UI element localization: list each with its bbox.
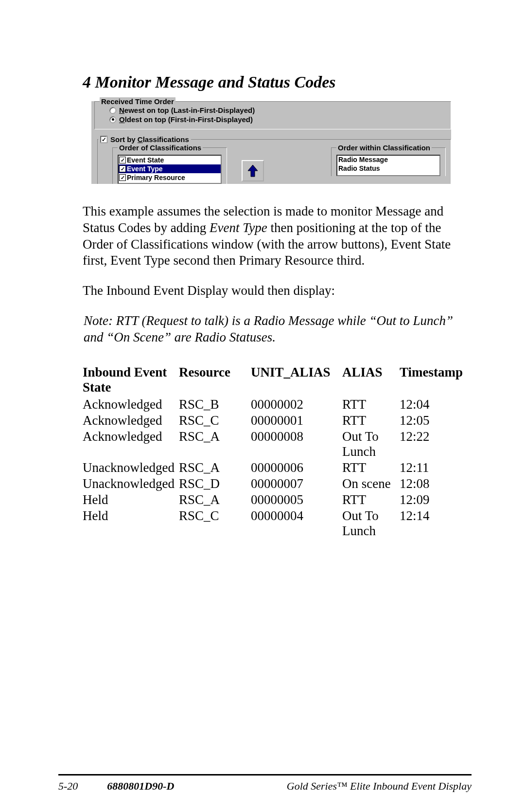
table-cell: Acknowledged xyxy=(83,429,179,460)
table-header-row: Inbound Event State Resource UNIT_ALIAS … xyxy=(83,365,467,397)
table-cell: Unacknowledged xyxy=(83,460,179,476)
within-classification-listbox[interactable]: Radio Message Radio Status xyxy=(336,155,440,176)
table-cell: RSC_A xyxy=(179,429,251,460)
table-row: UnacknowledgedRSC_A00000006RTT12:11 xyxy=(83,460,467,476)
list-item[interactable]: Primary Resource xyxy=(119,173,221,182)
received-time-order-title: Received Time Order xyxy=(100,97,175,106)
th-unit-alias: UNIT_ALIAS xyxy=(251,365,342,397)
checkbox-label: Sort by Classifications xyxy=(110,135,189,144)
table-cell: Out To Lunch xyxy=(342,429,400,460)
radio-label: Oldest on top (First-in-First-Displayed) xyxy=(119,115,253,124)
table-cell: 12:04 xyxy=(400,397,467,413)
doc-number: 6880801D90-D xyxy=(107,780,174,793)
arrow-up-icon xyxy=(247,164,258,177)
table-cell: 12:09 xyxy=(400,492,467,508)
paragraph: The Inbound Event Display would then dis… xyxy=(83,283,467,299)
table-cell: 12:08 xyxy=(400,476,467,492)
received-time-order-group: Received Time Order Newest on top (Last-… xyxy=(94,101,451,129)
move-up-button[interactable] xyxy=(242,160,264,181)
table-cell: RTT xyxy=(342,413,400,429)
table-row: HeldRSC_C00000004Out To Lunch12:14 xyxy=(83,508,467,540)
config-dialog: Received Time Order Newest on top (Last-… xyxy=(91,101,451,184)
table-cell: 00000001 xyxy=(251,413,342,429)
table-row: HeldRSC_A00000005RTT12:09 xyxy=(83,492,467,508)
table-cell: 12:14 xyxy=(400,508,467,540)
radio-icon xyxy=(109,107,116,114)
list-item-label: Primary Resource xyxy=(127,174,185,181)
table-row: AcknowledgedRSC_C00000001RTT12:05 xyxy=(83,413,467,429)
table-cell: RSC_D xyxy=(179,476,251,492)
table-cell: 00000005 xyxy=(251,492,342,508)
table-cell: 12:22 xyxy=(400,429,467,460)
list-item-label: Event State xyxy=(127,156,164,164)
table-cell: RSC_A xyxy=(179,492,251,508)
list-item[interactable]: Radio Status xyxy=(337,164,439,173)
page: 4 Monitor Message and Status Codes Recei… xyxy=(0,0,525,812)
table-row: AcknowledgedRSC_A00000008Out To Lunch12:… xyxy=(83,429,467,460)
table-cell: RTT xyxy=(342,492,400,508)
table-cell: Acknowledged xyxy=(83,397,179,413)
order-of-classifications-title: Order of Classifications xyxy=(118,144,203,152)
list-item[interactable]: Event Type xyxy=(119,164,221,173)
table-cell: 12:05 xyxy=(400,413,467,429)
th-timestamp: Timestamp xyxy=(400,365,467,397)
th-resource: Resource xyxy=(179,365,251,397)
radio-newest-on-top[interactable]: Newest on top (Last-in-First-Displayed) xyxy=(109,106,445,115)
table-cell: Acknowledged xyxy=(83,413,179,429)
table-cell: RTT xyxy=(342,397,400,413)
table-cell: Held xyxy=(83,508,179,540)
event-table: Inbound Event State Resource UNIT_ALIAS … xyxy=(83,365,467,540)
page-number: 5-20 xyxy=(58,780,78,793)
table-cell: RSC_A xyxy=(179,460,251,476)
table-cell: Unacknowledged xyxy=(83,476,179,492)
th-inbound-event-state: Inbound Event State xyxy=(83,365,179,397)
table-cell: 00000006 xyxy=(251,460,342,476)
table-cell: RSC_C xyxy=(179,508,251,540)
classifications-listbox[interactable]: Event State Event Type Primary Resource xyxy=(118,155,222,184)
checkbox-icon xyxy=(100,136,107,143)
note: Note: RTT (Request to talk) is a Radio M… xyxy=(84,313,467,346)
table-cell: On scene xyxy=(342,476,400,492)
table-cell: RSC_B xyxy=(179,397,251,413)
table-cell: RTT xyxy=(342,460,400,476)
table-cell: 12:11 xyxy=(400,460,467,476)
table-cell: 00000004 xyxy=(251,508,342,540)
order-within-classification-title: Order within Classification xyxy=(336,144,432,152)
table-cell: RSC_C xyxy=(179,413,251,429)
sort-by-classifications-checkbox[interactable]: Sort by Classifications xyxy=(98,135,191,144)
radio-label: Newest on top (Last-in-First-Displayed) xyxy=(119,106,255,114)
sort-by-classifications-group: Order of Classifications Event State Eve… xyxy=(97,139,451,184)
radio-icon xyxy=(109,116,116,123)
th-alias: ALIAS xyxy=(342,365,400,397)
order-within-classification-group: Order within Classification Radio Messag… xyxy=(331,147,446,176)
table-cell: Held xyxy=(83,492,179,508)
radio-oldest-on-top[interactable]: Oldest on top (First-in-First-Displayed) xyxy=(109,115,445,124)
footer-rule xyxy=(58,774,472,776)
section-heading: 4 Monitor Message and Status Codes xyxy=(83,73,467,91)
check-icon xyxy=(119,157,126,163)
check-icon xyxy=(119,174,126,181)
footer: 5-20 6880801D90-D Gold Series™ Elite Inb… xyxy=(58,780,472,793)
table-cell: 00000007 xyxy=(251,476,342,492)
order-of-classifications-group: Order of Classifications Event State Eve… xyxy=(112,147,227,184)
paragraph: This example assumes the selection is ma… xyxy=(83,203,467,269)
table-row: UnacknowledgedRSC_D00000007On scene12:08 xyxy=(83,476,467,492)
table-cell: 00000002 xyxy=(251,397,342,413)
list-item[interactable]: Radio Message xyxy=(337,156,439,164)
doc-title: Gold Series™ Elite Inbound Event Display xyxy=(287,780,472,793)
table-cell: 00000008 xyxy=(251,429,342,460)
check-icon xyxy=(119,165,126,172)
list-item-label: Event Type xyxy=(127,165,163,173)
table-cell: Out To Lunch xyxy=(342,508,400,540)
table-row: AcknowledgedRSC_B00000002RTT12:04 xyxy=(83,397,467,413)
list-item[interactable]: Event State xyxy=(119,156,221,164)
